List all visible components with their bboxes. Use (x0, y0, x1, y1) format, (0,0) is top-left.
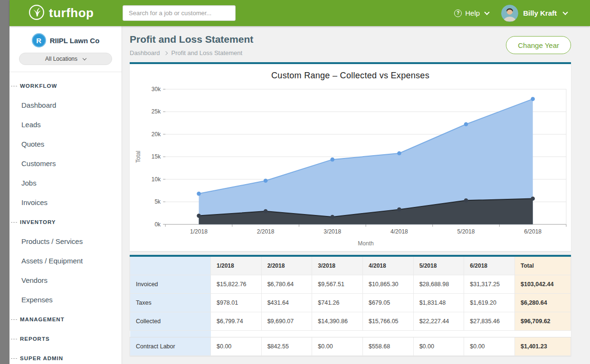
svg-text:15k: 15k (152, 153, 161, 160)
sidebar-item-quotes[interactable]: Quotes (10, 134, 122, 154)
value-cell: $15,822.76 (211, 275, 262, 293)
user-name: Billy Kraft (523, 9, 557, 17)
row-total-cell: $1,401.23 (515, 337, 571, 355)
svg-text:20k: 20k (152, 131, 161, 138)
breadcrumb-dashboard[interactable]: Dashboard (130, 49, 160, 56)
breadcrumb: Dashboard Profit and Loss Statement (130, 49, 253, 56)
sidebar-section-workflow[interactable]: WORKFLOW (10, 76, 122, 95)
column-header: 5/2018 (413, 257, 464, 275)
help-icon: ? (454, 9, 462, 17)
company-logo-icon: R (32, 33, 46, 47)
value-cell: $842.55 (261, 337, 312, 355)
chevron-down-icon (484, 9, 489, 15)
svg-text:10k: 10k (152, 176, 161, 183)
change-year-button[interactable]: Change Year (506, 36, 571, 54)
sidebar-section-reports[interactable]: REPORTS (10, 329, 122, 348)
turfhop-logo-icon (29, 4, 45, 22)
column-header: 6/2018 (464, 257, 515, 275)
sidebar-item-products-services[interactable]: Products / Services (10, 232, 122, 251)
brand[interactable]: turfhop (10, 4, 123, 22)
svg-text:30k: 30k (152, 86, 161, 93)
value-cell: $0.00 (312, 337, 363, 355)
svg-text:Total: Total (135, 151, 142, 163)
value-cell: $14,390.86 (312, 312, 363, 330)
sidebar-item-vendors[interactable]: Vendors (10, 271, 122, 290)
value-cell: $9,567.51 (312, 275, 363, 293)
column-header: 1/2018 (211, 257, 262, 275)
sidebar-section-management[interactable]: MANAGEMENT (10, 309, 122, 329)
avatar (501, 5, 518, 22)
value-cell: $9,690.07 (261, 312, 312, 330)
sidebar-item-dashboard[interactable]: Dashboard (10, 95, 122, 115)
total-column-header: Total (515, 257, 571, 275)
help-menu[interactable]: ? Help (454, 9, 489, 17)
sidebar-section-super-admin[interactable]: SUPER ADMIN (10, 348, 122, 364)
section-spacer (130, 330, 571, 337)
app-window: turfhop ? Help (10, 0, 590, 364)
sidebar-item-customers[interactable]: Customers (10, 154, 122, 173)
value-cell: $558.68 (362, 337, 413, 355)
chevron-down-icon (562, 9, 568, 15)
column-header: 4/2018 (362, 257, 413, 275)
row-label-header (130, 257, 211, 275)
profit-loss-chart: 0k5k10k15k20k25k30k1/20182/20183/20184/2… (130, 82, 571, 249)
value-cell: $0.00 (211, 337, 262, 355)
sidebar-section-inventory[interactable]: INVENTORY (10, 212, 122, 232)
tree-branch-icon (11, 319, 17, 320)
svg-text:0k: 0k (154, 221, 161, 228)
value-cell: $0.00 (464, 337, 515, 355)
svg-text:5k: 5k (154, 198, 161, 205)
row-label: Collected (130, 312, 211, 330)
value-cell: $431.64 (261, 293, 312, 312)
locations-dropdown[interactable]: All Locations (19, 53, 112, 65)
brand-name: turfhop (49, 6, 94, 20)
svg-text:2/2018: 2/2018 (257, 228, 275, 235)
svg-text:4/2018: 4/2018 (390, 228, 408, 235)
tree-branch-icon (11, 339, 17, 339)
table-header-row: 1/20182/20183/20184/20185/20186/2018Tota… (130, 257, 571, 275)
table-row: Taxes$978.01$431.64$741.26$679.05$1,831.… (130, 293, 571, 312)
svg-text:25k: 25k (152, 108, 161, 115)
help-label: Help (465, 9, 480, 17)
chevron-down-icon (83, 56, 86, 60)
company-name: RIIPL Lawn Co (50, 37, 100, 45)
value-cell: $28,688.98 (413, 275, 464, 293)
row-label: Invoiced (130, 275, 211, 293)
value-cell: $0.00 (413, 337, 464, 355)
table-row: Collected$6,799.74$9,690.07$14,390.86$15… (130, 312, 571, 330)
value-cell: $679.05 (362, 293, 413, 312)
table-card: 1/20182/20183/20184/20185/20186/2018Tota… (130, 255, 571, 356)
table-row: Invoiced$15,822.76$6,780.64$9,567.51$10,… (130, 275, 571, 293)
value-cell: $1,831.48 (413, 293, 464, 312)
svg-text:Month: Month (358, 240, 373, 247)
sidebar-item-expenses[interactable]: Expenses (10, 290, 122, 309)
value-cell: $22,227.44 (413, 312, 464, 330)
sidebar-item-invoices[interactable]: Invoices (10, 193, 122, 212)
sidebar-item-leads[interactable]: Leads (10, 115, 122, 134)
tree-branch-icon (11, 86, 17, 86)
column-header: 3/2018 (312, 257, 363, 275)
svg-text:1/2018: 1/2018 (190, 228, 208, 235)
tree-branch-icon (11, 222, 17, 223)
value-cell: $6,799.74 (211, 312, 262, 330)
top-bar: turfhop ? Help (10, 0, 590, 26)
sidebar-item-jobs[interactable]: Jobs (10, 173, 122, 193)
value-cell: $27,835.46 (464, 312, 515, 330)
svg-text:5/2018: 5/2018 (457, 228, 475, 235)
svg-text:3/2018: 3/2018 (324, 228, 341, 235)
chart-card: Custom Range – Collected vs Expenses 0k5… (130, 62, 571, 251)
breadcrumb-separator-icon (163, 51, 167, 55)
search-box (123, 5, 236, 21)
row-label: Taxes (130, 293, 211, 312)
sidebar-item-assets-equipment[interactable]: Assets / Equipment (10, 251, 122, 271)
search-input[interactable] (123, 5, 236, 21)
row-label: Contract Labor (130, 337, 211, 355)
svg-text:6/2018: 6/2018 (524, 228, 542, 235)
value-cell: $6,780.64 (261, 275, 312, 293)
profit-loss-table: 1/20182/20183/20184/20185/20186/2018Tota… (130, 257, 571, 356)
company[interactable]: R RIIPL Lawn Co (19, 33, 112, 47)
row-total-cell: $96,709.62 (515, 312, 571, 330)
user-menu[interactable]: Billy Kraft (501, 5, 567, 22)
company-panel: R RIIPL Lawn Co All Locations (10, 26, 122, 72)
value-cell: $15,766.05 (362, 312, 413, 330)
